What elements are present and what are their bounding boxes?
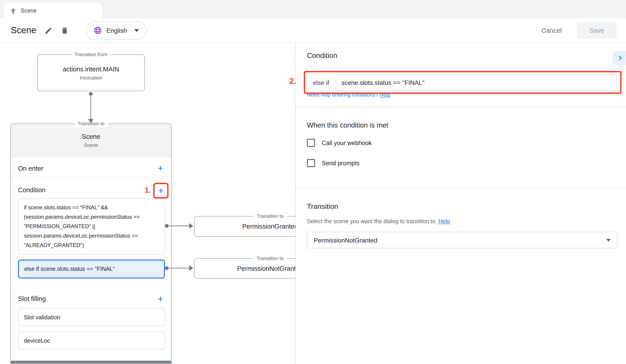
on-enter-section: On enter + bbox=[11, 159, 171, 177]
chevron-right-icon bbox=[616, 54, 624, 62]
send-prompts-checkbox[interactable] bbox=[307, 159, 315, 167]
collapse-panel-button[interactable] bbox=[613, 51, 626, 65]
edit-scene-button[interactable] bbox=[42, 25, 54, 36]
scene-card[interactable]: Transition to Scene Scene On enter + Con… bbox=[10, 123, 172, 364]
on-enter-label: On enter bbox=[18, 165, 43, 172]
condition-item-1[interactable]: if scene.slots.status == "FINAL" && (ses… bbox=[18, 198, 165, 255]
intent-name: actions.intent.MAIN bbox=[63, 65, 119, 73]
annotation-highlight-condition-input: else if scene.slots.status == "FINAL" bbox=[304, 71, 622, 94]
browser-tab-scene[interactable]: Scene bbox=[4, 3, 102, 18]
annotation-step-2: 2. bbox=[289, 77, 296, 86]
dropdown-caret-icon bbox=[606, 239, 611, 241]
target-2-legend: Transition to bbox=[253, 255, 287, 262]
delete-scene-button[interactable] bbox=[59, 25, 70, 36]
app-window: Scene Scene English Cancel Save Transiti… bbox=[0, 0, 626, 364]
section-divider bbox=[11, 284, 171, 285]
scene-card-header: Scene Scene bbox=[11, 124, 171, 157]
condition-item-2-selected[interactable]: else if scene.slots.status == "FINAL" bbox=[18, 259, 165, 278]
main-content: Transition from actions.intent.MAIN Invo… bbox=[0, 43, 626, 364]
page-title: Scene bbox=[11, 25, 36, 36]
person-icon bbox=[10, 7, 17, 14]
scene-name: Scene bbox=[82, 133, 100, 140]
transition-help-link[interactable]: Help bbox=[438, 218, 450, 224]
language-selector[interactable]: English bbox=[86, 21, 146, 39]
horizontal-scrollbar-thumb[interactable] bbox=[10, 361, 172, 364]
scene-diagram-canvas: Transition from actions.intent.MAIN Invo… bbox=[0, 43, 295, 364]
add-condition-button[interactable]: + bbox=[158, 186, 164, 195]
transition-description: Select the scene you want the dialog to … bbox=[307, 218, 450, 224]
selected-scene-value: PermissionNotGranted bbox=[314, 236, 377, 244]
condition-section-label: Condition bbox=[18, 186, 46, 194]
annotation-highlight-add-condition: + bbox=[153, 183, 168, 198]
when-met-heading: When this condition is met bbox=[307, 121, 388, 129]
call-webhook-row[interactable]: Call your webhook bbox=[307, 139, 372, 147]
annotation-step-1: 1. bbox=[139, 186, 151, 195]
intent-type: Invocation bbox=[80, 75, 102, 80]
transition-from-legend: Transition from bbox=[72, 51, 111, 58]
slot-filling-label: Slot filling bbox=[18, 295, 46, 302]
scene-type: Scene bbox=[84, 142, 98, 148]
add-on-enter-button[interactable]: + bbox=[157, 163, 163, 173]
trash-icon bbox=[60, 26, 69, 34]
call-webhook-checkbox[interactable] bbox=[307, 139, 315, 147]
target-2-name: PermissionNotGranted bbox=[237, 265, 303, 272]
globe-icon bbox=[93, 26, 102, 35]
language-value: English bbox=[106, 27, 127, 34]
target-1-legend: Transition to bbox=[253, 213, 287, 219]
panel-divider bbox=[296, 107, 626, 107]
condition-heading: Condition bbox=[307, 52, 337, 60]
target-1-name: PermissionGranted bbox=[242, 223, 298, 230]
transition-scene-select[interactable]: PermissionNotGranted bbox=[307, 232, 618, 248]
add-slot-button[interactable]: + bbox=[157, 294, 163, 303]
transition-from-box[interactable]: Transition from actions.intent.MAIN Invo… bbox=[37, 54, 145, 91]
chevron-down-icon bbox=[134, 29, 139, 32]
transition-description-text: Select the scene you want the dialog to … bbox=[307, 218, 437, 224]
condition-editor-panel: Condition 2. else if scene.slots.status … bbox=[295, 43, 626, 364]
tab-title: Scene bbox=[21, 8, 37, 14]
page-header: Scene English Cancel Save bbox=[0, 18, 626, 43]
transition-heading: Transition bbox=[307, 203, 338, 211]
send-prompts-row[interactable]: Send prompts bbox=[307, 159, 359, 167]
cancel-button[interactable]: Cancel bbox=[539, 26, 564, 34]
send-prompts-label: Send prompts bbox=[322, 160, 359, 166]
condition-operator-label: else if bbox=[313, 79, 329, 86]
slot-validation-item[interactable]: Slot validation bbox=[18, 308, 165, 326]
deviceloc-slot-item[interactable]: deviceLoc bbox=[18, 331, 165, 349]
panel-divider bbox=[296, 187, 626, 188]
slot-filling-section: Slot filling + bbox=[11, 290, 171, 307]
save-button[interactable]: Save bbox=[577, 22, 617, 39]
condition-expression-input[interactable]: scene.slots.status == "FINAL" bbox=[335, 74, 617, 90]
call-webhook-label: Call your webhook bbox=[322, 140, 372, 146]
browser-tabstrip: Scene bbox=[0, 0, 626, 18]
pencil-icon bbox=[44, 26, 52, 34]
scene-card-legend: Transition to bbox=[74, 120, 108, 127]
